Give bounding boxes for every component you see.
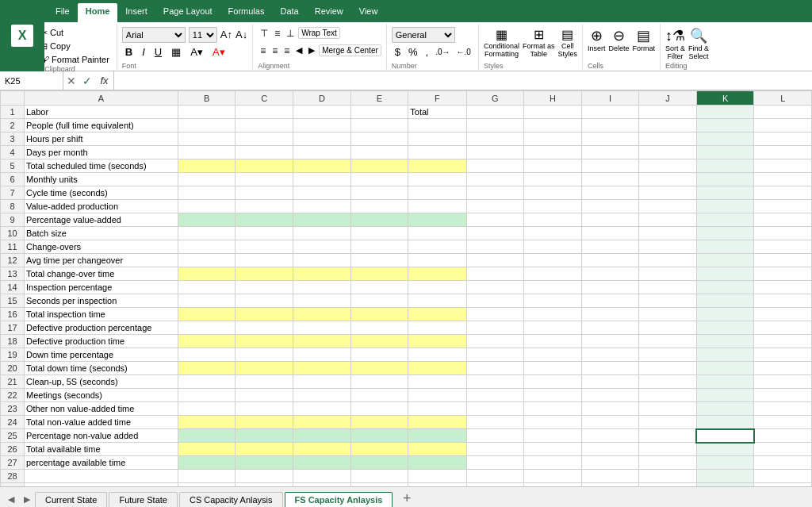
cell-j12[interactable] — [639, 254, 697, 267]
cell-i3[interactable] — [581, 133, 638, 146]
cell-l2[interactable] — [754, 119, 812, 133]
cell-h22[interactable] — [524, 389, 582, 402]
cell-c28[interactable] — [236, 470, 293, 483]
row-header-17[interactable]: 17 — [1, 321, 25, 335]
tab-scroll-left[interactable]: ◀ — [3, 492, 19, 507]
cell-f21[interactable] — [408, 375, 466, 389]
cell-a19[interactable]: Down time percentage — [25, 348, 178, 362]
cell-g10[interactable] — [466, 227, 524, 240]
cell-j20[interactable] — [639, 362, 697, 375]
cell-f20[interactable] — [408, 362, 466, 375]
cell-d24[interactable] — [293, 416, 351, 429]
row-header-12[interactable]: 12 — [1, 254, 25, 267]
cell-j9[interactable] — [639, 213, 697, 227]
cell-f25[interactable] — [408, 429, 466, 443]
row-header-15[interactable]: 15 — [1, 294, 25, 308]
cell-k24[interactable] — [696, 416, 754, 429]
cell-a4[interactable]: Days per month — [25, 146, 178, 159]
cell-h7[interactable] — [524, 186, 582, 200]
increase-font-icon[interactable]: A↑ — [220, 29, 232, 40]
cell-c3[interactable] — [236, 133, 293, 146]
cell-g22[interactable] — [466, 389, 524, 402]
cell-f8[interactable] — [408, 200, 466, 213]
cell-c5[interactable] — [236, 159, 293, 173]
cell-j28[interactable] — [639, 470, 697, 483]
cell-l18[interactable] — [754, 335, 812, 348]
cell-b8[interactable] — [178, 200, 236, 213]
cell-c2[interactable] — [236, 119, 293, 133]
cell-b7[interactable] — [178, 186, 236, 200]
cell-j25[interactable] — [639, 429, 697, 443]
format-button[interactable]: ▤ Format — [633, 27, 656, 52]
cell-h24[interactable] — [524, 416, 582, 429]
cell-a15[interactable]: Seconds per inspection — [25, 294, 178, 308]
cell-f4[interactable] — [408, 146, 466, 159]
cell-e4[interactable] — [350, 146, 408, 159]
row-header-7[interactable]: 7 — [1, 186, 25, 200]
cell-d28[interactable] — [293, 470, 351, 483]
cell-g3[interactable] — [466, 133, 524, 146]
cell-d14[interactable] — [293, 281, 351, 294]
cell-h19[interactable] — [524, 348, 582, 362]
sheet-tab-future-state[interactable]: Future State — [109, 492, 178, 507]
cell-k15[interactable] — [696, 294, 754, 308]
cell-i9[interactable] — [581, 213, 638, 227]
cell-d18[interactable] — [293, 335, 351, 348]
cell-h28[interactable] — [524, 470, 582, 483]
cell-l11[interactable] — [754, 240, 812, 254]
cell-f1[interactable]: Total — [408, 106, 466, 119]
cell-e1[interactable] — [350, 106, 408, 119]
cell-k8[interactable] — [696, 200, 754, 213]
cell-j21[interactable] — [639, 375, 697, 389]
cell-h15[interactable] — [524, 294, 582, 308]
cell-j23[interactable] — [639, 402, 697, 416]
cell-a1[interactable]: Labor — [25, 106, 178, 119]
cell-e24[interactable] — [350, 416, 408, 429]
currency-button[interactable]: $ — [392, 45, 404, 59]
cell-h17[interactable] — [524, 321, 582, 335]
delete-button[interactable]: ⊖ Delete — [608, 27, 629, 52]
cell-d21[interactable] — [293, 375, 351, 389]
cell-g28[interactable] — [466, 470, 524, 483]
cell-styles-button[interactable]: ▤ Cell Styles — [557, 27, 577, 58]
cell-c17[interactable] — [236, 321, 293, 335]
cell-k7[interactable] — [696, 186, 754, 200]
row-header-3[interactable]: 3 — [1, 133, 25, 146]
cell-b24[interactable] — [178, 416, 236, 429]
cell-i15[interactable] — [581, 294, 638, 308]
percent-button[interactable]: % — [405, 45, 421, 59]
row-header-18[interactable]: 18 — [1, 335, 25, 348]
cell-f2[interactable] — [408, 119, 466, 133]
tab-formulas[interactable]: Formulas — [220, 3, 273, 22]
row-header-16[interactable]: 16 — [1, 308, 25, 321]
cell-i19[interactable] — [581, 348, 638, 362]
row-header-13[interactable]: 13 — [1, 267, 25, 281]
cell-j26[interactable] — [639, 443, 697, 456]
cell-l16[interactable] — [754, 308, 812, 321]
cell-i16[interactable] — [581, 308, 638, 321]
cell-e7[interactable] — [350, 186, 408, 200]
cell-d7[interactable] — [293, 186, 351, 200]
cell-a11[interactable]: Change-overs — [25, 240, 178, 254]
cell-c4[interactable] — [236, 146, 293, 159]
cell-g11[interactable] — [466, 240, 524, 254]
cell-g13[interactable] — [466, 267, 524, 281]
cell-d20[interactable] — [293, 362, 351, 375]
tab-data[interactable]: Data — [272, 3, 306, 22]
cell-j11[interactable] — [639, 240, 697, 254]
cell-k11[interactable] — [696, 240, 754, 254]
cell-h25[interactable] — [524, 429, 582, 443]
cell-i6[interactable] — [581, 173, 638, 186]
cell-i10[interactable] — [581, 227, 638, 240]
cell-d9[interactable] — [293, 213, 351, 227]
cell-k3[interactable] — [696, 133, 754, 146]
cell-l3[interactable] — [754, 133, 812, 146]
cell-l20[interactable] — [754, 362, 812, 375]
cell-l13[interactable] — [754, 267, 812, 281]
tab-file[interactable]: File — [48, 3, 78, 22]
cell-k5[interactable] — [696, 159, 754, 173]
cell-j16[interactable] — [639, 308, 697, 321]
col-header-a[interactable]: A — [25, 91, 178, 106]
col-header-h[interactable]: H — [524, 91, 582, 106]
row-header-24[interactable]: 24 — [1, 416, 25, 429]
